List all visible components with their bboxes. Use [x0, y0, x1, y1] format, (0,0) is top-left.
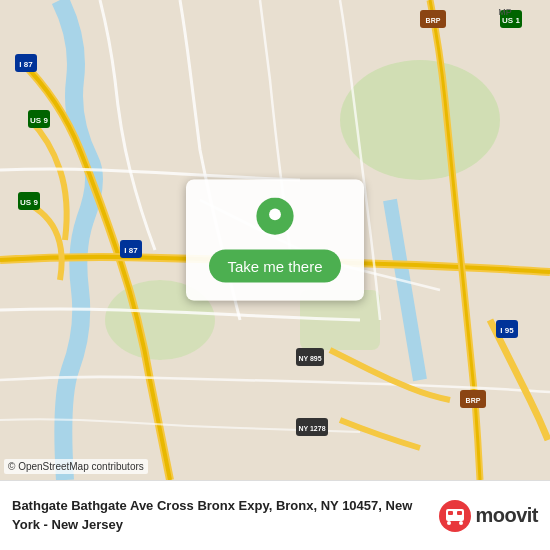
location-name: Bathgate Bathgate Ave Cross Bronx Expy, …: [12, 497, 429, 533]
svg-point-1: [340, 60, 500, 180]
bottom-bar: Bathgate Bathgate Ave Cross Bronx Expy, …: [0, 480, 550, 550]
svg-text:MP: MP: [498, 7, 512, 17]
svg-text:BRP: BRP: [466, 397, 481, 404]
svg-rect-30: [448, 511, 453, 515]
take-me-there-overlay: Take me there: [186, 180, 364, 301]
svg-point-32: [447, 521, 451, 525]
svg-text:I 95: I 95: [500, 326, 514, 335]
svg-text:NY 895: NY 895: [298, 355, 321, 362]
moovit-bus-icon: [439, 500, 471, 532]
map-container: US 9 US 9 I 87 I 87 BRP US 1 I 95 NY 895…: [0, 0, 550, 480]
svg-text:NY 1278: NY 1278: [298, 425, 325, 432]
moovit-logo: moovit: [439, 500, 538, 532]
take-me-there-button[interactable]: Take me there: [209, 250, 340, 283]
location-info: Bathgate Bathgate Ave Cross Bronx Expy, …: [12, 497, 429, 533]
svg-text:US 1: US 1: [502, 16, 520, 25]
svg-rect-31: [457, 511, 462, 515]
osm-attribution: © OpenStreetMap contributors: [4, 459, 148, 474]
svg-text:I 87: I 87: [19, 60, 33, 69]
svg-text:US 9: US 9: [20, 198, 38, 207]
svg-text:I 87: I 87: [124, 246, 138, 255]
svg-text:BRP: BRP: [426, 17, 441, 24]
svg-point-27: [269, 209, 281, 221]
map-pin-icon: [253, 198, 297, 242]
svg-rect-29: [446, 509, 464, 521]
svg-point-33: [459, 521, 463, 525]
moovit-label: moovit: [475, 504, 538, 527]
osm-text: © OpenStreetMap contributors: [8, 461, 144, 472]
svg-text:US 9: US 9: [30, 116, 48, 125]
